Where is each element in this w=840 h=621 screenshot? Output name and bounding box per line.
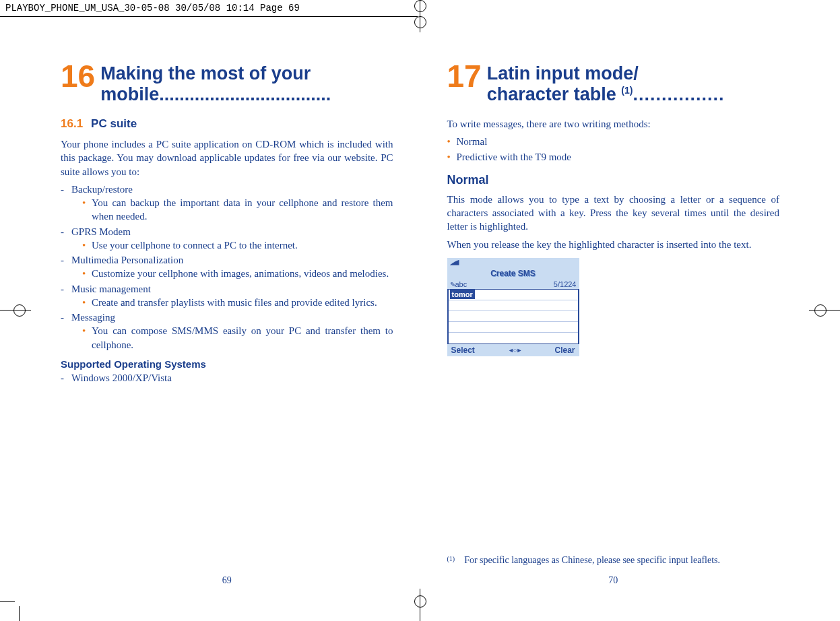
page-number: 70 xyxy=(420,575,807,586)
list-sub-item: Use your cellphone to connect a PC to th… xyxy=(82,238,393,252)
list-item: Multimedia Personalization Customize you… xyxy=(61,253,393,281)
page-left: 16 Making the most of your mobile.......… xyxy=(34,40,420,593)
list-item-head: Messaging xyxy=(71,312,115,323)
crop-mark xyxy=(420,0,420,32)
phone-screen-title: Create SMS xyxy=(447,267,579,280)
nav-icon: ◄○► xyxy=(508,347,521,354)
list-item: Backup/restore You can backup the import… xyxy=(61,183,393,224)
list-item: Messaging You can compose SMS/MMS easily… xyxy=(61,310,393,352)
method-item: Normal xyxy=(447,135,780,148)
phone-info-bar: ✎abc 5/1224 xyxy=(447,280,579,289)
chapter-title-line1: Latin input mode/ xyxy=(487,63,639,84)
normal-paragraph: This mode allows you to type a text by c… xyxy=(447,193,780,234)
os-item: Windows 2000/XP/Vista xyxy=(61,371,393,385)
chapter-title: Latin input mode/ character table (1)...… xyxy=(487,61,779,105)
list-sub-item: You can backup the important data in you… xyxy=(82,196,393,224)
feature-list: Backup/restore You can backup the import… xyxy=(61,183,393,352)
heading-normal: Normal xyxy=(447,173,780,187)
chapter-number: 17 xyxy=(447,61,482,92)
phone-screenshot: Create SMS ✎abc 5/1224 tomor Select ◄○► … xyxy=(447,258,579,356)
page-number: 69 xyxy=(34,575,420,586)
list-item-head: Multimedia Personalization xyxy=(71,255,183,265)
phone-typed-word: tomor xyxy=(450,290,475,299)
chapter-title: Making the most of your mobile..........… xyxy=(100,61,393,105)
phone-softkey-bar: Select ◄○► Clear xyxy=(447,344,579,356)
footnote: (1) For specific languages as Chinese, p… xyxy=(447,555,780,566)
page-right: 17 Latin input mode/ character table (1)… xyxy=(420,40,807,593)
normal-paragraph: When you release the key the highlighted… xyxy=(447,238,780,251)
chapter-title-line2: character table xyxy=(487,84,622,104)
footnote-mark: (1) xyxy=(447,555,455,566)
print-header: PLAYBOY_PHONE_UM_USA_30-05-08 30/05/08 1… xyxy=(0,0,418,17)
phone-text-area: tomor xyxy=(447,289,579,344)
chapter-number: 16 xyxy=(61,61,95,92)
list-item: Music management Create and transfer pla… xyxy=(61,282,393,310)
intro-paragraph: Your phone includes a PC suite applicati… xyxy=(61,137,393,178)
chapter-title-dots: ................ xyxy=(633,84,724,104)
phone-mode-indicator: ✎abc xyxy=(450,280,467,288)
intro-paragraph: To write messages, there are two writing… xyxy=(447,117,780,131)
list-sub-item: You can compose SMS/MMS easily on your P… xyxy=(82,324,393,352)
crop-mark xyxy=(0,310,31,310)
signal-icon xyxy=(450,260,459,265)
os-heading: Supported Operating Systems xyxy=(61,358,393,370)
crop-mark xyxy=(809,310,840,310)
list-sub-item: Create and transfer playlists with music… xyxy=(82,296,393,309)
list-item-head: Music management xyxy=(71,284,151,294)
section-number: 16.1 xyxy=(61,117,83,131)
section-title: PC suite xyxy=(91,117,137,131)
pencil-icon: ✎ xyxy=(450,281,455,288)
list-item-head: GPRS Modem xyxy=(71,226,131,237)
list-item: GPRS Modem Use your cellphone to connect… xyxy=(61,225,393,253)
phone-softkey-right: Clear xyxy=(554,346,575,355)
method-item: Predictive with the T9 mode xyxy=(447,150,780,164)
phone-softkey-left: Select xyxy=(451,346,475,355)
crop-mark xyxy=(420,589,420,621)
chapter-title-sup: (1) xyxy=(621,85,633,96)
phone-status-bar xyxy=(447,258,579,267)
crop-mark xyxy=(0,594,27,621)
list-item-head: Backup/restore xyxy=(71,184,133,195)
phone-char-counter: 5/1224 xyxy=(554,280,577,288)
list-sub-item: Customize your cellphone with images, an… xyxy=(82,267,393,280)
footnote-text: For specific languages as Chinese, pleas… xyxy=(464,555,720,566)
